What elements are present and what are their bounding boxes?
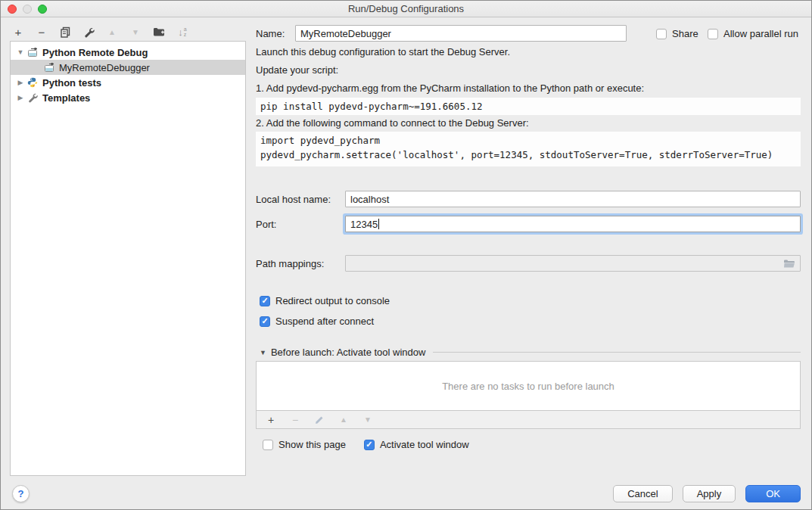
- traffic-lights: [8, 5, 47, 14]
- share-checkbox[interactable]: [656, 29, 667, 39]
- pencil-icon: [315, 415, 325, 424]
- new-folder-icon: [153, 26, 165, 37]
- run-config-icon: [44, 62, 56, 73]
- remove-configuration-button[interactable]: −: [35, 25, 48, 39]
- settrace-code-line1: import pydevd_pycharm: [260, 133, 796, 148]
- remove-task-button: −: [288, 413, 302, 427]
- settrace-code-line2: pydevd_pycharm.settrace('localhost', por…: [260, 148, 796, 162]
- new-folder-button[interactable]: [152, 25, 166, 39]
- add-task-button[interactable]: +: [264, 413, 278, 427]
- suspend-after-connect-checkbox-row[interactable]: Suspend after connect: [260, 316, 374, 327]
- show-this-page-checkbox[interactable]: [263, 440, 273, 450]
- empty-tasks-message: There are no tasks to run before launch: [442, 381, 614, 392]
- run-debug-configurations-dialog: Run/Debug Configurations + − ▲ ▼: [0, 0, 812, 510]
- cancel-button[interactable]: Cancel: [613, 485, 672, 502]
- page-options-row: Show this page Activate tool window: [263, 439, 469, 450]
- name-input[interactable]: MyRemoteDebugger: [295, 25, 627, 42]
- move-task-up-button: ▲: [337, 413, 350, 427]
- port-label: Port:: [256, 219, 276, 230]
- copy-configuration-button[interactable]: [58, 25, 72, 39]
- tree-item-label: Python Remote Debug: [42, 47, 148, 58]
- add-configuration-button[interactable]: +: [11, 25, 25, 39]
- before-launch-task-list[interactable]: There are no tasks to run before launch: [256, 361, 801, 411]
- tree-item-label: Python tests: [42, 77, 101, 89]
- wrench-icon: [83, 26, 95, 38]
- sort-configurations-button[interactable]: ↓az: [176, 25, 189, 39]
- tree-item-python-remote-debug[interactable]: ▼ Python Remote Debug: [11, 45, 245, 60]
- tree-item-python-tests[interactable]: ▶ Python tests: [11, 75, 245, 90]
- allow-parallel-run-checkbox[interactable]: [708, 29, 718, 39]
- pip-install-code[interactable]: pip install pydevd-pycharm~=191.6605.12: [256, 98, 801, 115]
- redirect-output-label: Redirect output to console: [275, 295, 390, 306]
- tree-item-label: Templates: [42, 92, 90, 104]
- wrench-icon: [27, 92, 39, 103]
- browse-folder-icon[interactable]: [783, 259, 795, 269]
- configurations-toolbar: + − ▲ ▼ ↓az: [11, 24, 189, 39]
- activate-tool-window-checkbox-row[interactable]: Activate tool window: [364, 439, 469, 450]
- header-rule: [433, 352, 801, 353]
- show-this-page-label: Show this page: [278, 439, 346, 450]
- suspend-after-connect-label: Suspend after connect: [275, 316, 374, 327]
- chevron-right-icon[interactable]: ▶: [17, 94, 24, 101]
- before-launch-header[interactable]: ▼ Before launch: Activate tool window: [260, 347, 801, 358]
- text-caret: [378, 219, 379, 229]
- name-label: Name:: [256, 28, 285, 39]
- tree-item-label: MyRemoteDebugger: [59, 62, 150, 73]
- allow-parallel-run-checkbox-row[interactable]: Allow parallel run: [708, 28, 798, 39]
- down-arrow-icon: ▼: [132, 28, 139, 36]
- port-input[interactable]: 12345: [345, 216, 801, 232]
- chevron-down-icon[interactable]: ▼: [17, 48, 24, 56]
- step1-text: 1. Add pydevd-pycharm.egg from the PyCha…: [256, 82, 644, 95]
- before-launch-title: Before launch: Activate tool window: [271, 347, 426, 358]
- tree-item-myremotedebugger[interactable]: MyRemoteDebugger: [11, 60, 245, 75]
- configuration-editor: Name: MyRemoteDebugger Share Allow paral…: [256, 1, 801, 510]
- edit-templates-button[interactable]: [82, 25, 95, 39]
- move-up-button: ▲: [105, 25, 119, 39]
- collapse-triangle-icon[interactable]: ▼: [260, 349, 266, 356]
- path-mappings-input[interactable]: [345, 255, 801, 272]
- help-button[interactable]: ?: [12, 485, 30, 502]
- share-label: Share: [672, 28, 698, 39]
- minimize-button: [23, 5, 32, 14]
- up-arrow-icon: ▲: [108, 28, 116, 36]
- local-host-name-label: Local host name:: [256, 194, 331, 205]
- apply-button[interactable]: Apply: [683, 485, 736, 502]
- before-launch-toolbar: + − ▲ ▼: [256, 411, 801, 429]
- show-this-page-checkbox-row[interactable]: Show this page: [263, 439, 346, 450]
- tree-item-templates[interactable]: ▶ Templates: [11, 90, 245, 105]
- zoom-button[interactable]: [38, 5, 47, 14]
- close-button[interactable]: [8, 5, 17, 14]
- chevron-right-icon[interactable]: ▶: [17, 79, 24, 86]
- activate-tool-window-checkbox[interactable]: [364, 440, 375, 450]
- configurations-tree: ▼ Python Remote Debug MyRemoteDebugger: [10, 41, 246, 476]
- allow-parallel-run-label: Allow parallel run: [723, 28, 798, 39]
- question-mark-icon: ?: [18, 488, 24, 499]
- run-config-icon: [27, 47, 39, 58]
- path-mappings-label: Path mappings:: [256, 258, 324, 269]
- python-icon: [27, 77, 39, 88]
- local-host-name-input[interactable]: localhost: [345, 191, 801, 207]
- ok-button[interactable]: OK: [745, 485, 801, 502]
- copy-icon: [60, 26, 71, 38]
- sort-az-icon: ↓az: [178, 26, 186, 38]
- dialog-buttons: Cancel Apply OK: [613, 485, 801, 502]
- redirect-output-checkbox[interactable]: [260, 296, 270, 306]
- move-task-down-button: ▼: [361, 413, 375, 427]
- redirect-output-checkbox-row[interactable]: Redirect output to console: [260, 295, 390, 306]
- description-text: Launch this debug configuration to start…: [256, 45, 510, 58]
- settrace-code[interactable]: import pydevd_pycharm pydevd_pycharm.set…: [256, 132, 801, 166]
- step2-text: 2. Add the following command to connect …: [256, 117, 529, 129]
- update-script-text: Update your script:: [256, 64, 338, 76]
- suspend-after-connect-checkbox[interactable]: [260, 316, 270, 327]
- move-down-button: ▼: [129, 25, 142, 39]
- activate-tool-window-label: Activate tool window: [380, 439, 469, 450]
- edit-task-button: [313, 413, 326, 427]
- share-checkbox-row[interactable]: Share: [656, 28, 698, 39]
